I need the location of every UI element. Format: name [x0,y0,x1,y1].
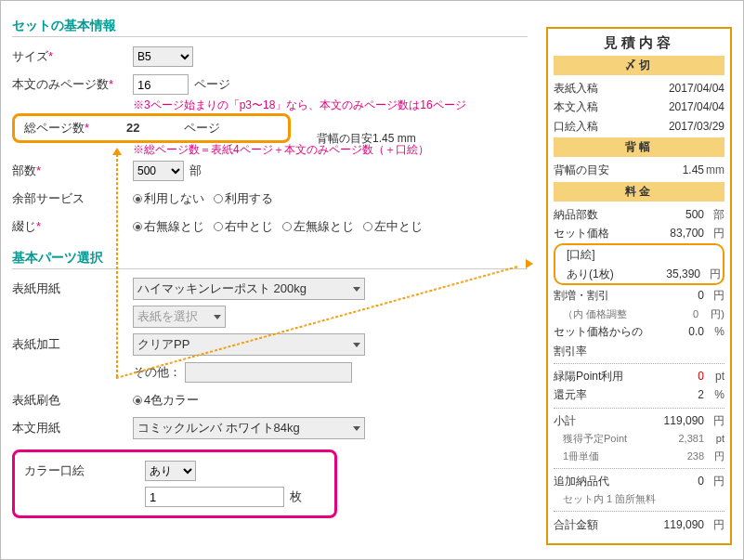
chevron-down-icon [214,315,221,319]
kuchie-sheets-input[interactable] [145,487,284,507]
disc-val: 0.0 [646,322,704,360]
kuchie-line: あり(1枚) [567,265,643,283]
spine-hint: 背幅の目安1.45 mm [317,131,416,147]
extra-ship-val: 0 [646,472,704,490]
total-val: 119,090 [646,515,704,534]
point-use-val: 0 [646,367,704,385]
copies-unit: 部 [189,163,202,179]
estimate-subh-spine: 背幅 [554,137,724,157]
extra-ship-label: 追加納品代 [554,472,646,490]
disc-label: セット価格からの割引率 [554,322,646,360]
coverproc-other-input [185,362,352,383]
estimate-subh-price: 料金 [554,182,724,202]
coverpaper-label: 表紙用紙 [12,280,133,297]
bodypages-note: ※3ページ始まりの「p3〜18」なら、本文のみページ数は16ページ [133,98,528,113]
section-basic-info: セットの基本情報 [12,18,528,34]
estimate-subh-due: 〆切 [554,56,724,75]
bodypaper-label: 本文用紙 [12,420,133,436]
kuchie-hdr: [口絵] [567,245,721,264]
bind-radio-0[interactable]: 右無線とじ [133,218,204,235]
copies-label: 部数 [12,163,36,177]
bind-radio-2[interactable]: 左無線とじ [282,218,354,235]
deliver-val: 500 [646,205,704,224]
due-kuchie-label: 口絵入稿 [554,117,669,136]
size-select[interactable]: B5 [133,46,193,67]
arrowhead-icon [526,259,533,268]
extra-label: 余部サービス [12,190,133,207]
due-cover-label: 表紙入稿 [554,79,669,98]
coverpaper-select[interactable]: ハイマッキンレーポスト 200kg [133,278,365,300]
kuchie-sheets-unit: 枚 [290,488,302,505]
arrowhead-icon [112,148,122,155]
spine-unit: mm [704,161,724,179]
estimate-title: 見積内容 [554,34,724,52]
section-parts: 基本パーツ選択 [12,250,528,267]
bodypages-unit: ページ [194,76,230,93]
total-label: 合計金額 [554,515,646,534]
kuchie-price-highlight: [口絵] あり(1枚)35,390円 [554,243,724,285]
totalpages-value: 22 [126,121,182,135]
setprice-val: 83,700 [646,224,704,242]
subtotal-label: 小計 [554,411,646,430]
coverpaper-sub-select[interactable]: 表紙を選択 [133,306,226,328]
copies-select[interactable]: 500 [133,161,184,181]
bodypaper-select[interactable]: コミックルンバ ホワイト84kg [133,417,365,439]
bind-radio-3[interactable]: 左中とじ [363,218,423,235]
spine-val: 1.45 [646,161,704,179]
covercolor-label: 表紙刷色 [12,392,133,409]
bind-label: 綴じ [12,219,36,233]
coverproc-label: 表紙加工 [12,336,133,353]
totalpages-label: 総ページ数 [24,121,85,135]
coverproc-select[interactable]: クリアPP [133,333,365,356]
totalpages-highlight: 総ページ数* 22 ページ [12,113,291,143]
bind-radio-1[interactable]: 右中とじ [214,218,273,235]
estimate-panel: 見積内容 〆切 表紙入稿2017/04/04 本文入稿2017/04/04 口絵… [546,27,732,545]
kuchie-label: カラー口絵 [24,462,145,479]
adj-label: 割増・割引 [554,286,646,305]
kuchie-price-val: 35,390 [643,265,700,283]
extra-radio-yes[interactable]: 利用する [214,190,273,207]
due-cover-val: 2017/04/04 [669,79,724,98]
size-label: サイズ* [12,48,133,65]
bodypages-input[interactable] [133,74,189,95]
deliver-label: 納品部数 [554,205,646,224]
due-kuchie-val: 2017/03/29 [669,117,724,136]
totalpages-unit: ページ [184,120,220,137]
chevron-down-icon [353,426,360,431]
due-body-val: 2017/04/04 [669,98,724,116]
kuchie-select[interactable]: あり [145,461,196,481]
spine-label: 背幅の目安 [554,161,646,179]
chevron-down-icon [353,343,360,347]
chevron-down-icon [353,287,360,292]
kuchie-highlight: カラー口絵 あり 枚 [12,449,337,518]
covercolor-radio[interactable]: 4色カラー [133,392,199,409]
subtotal-val: 119,090 [646,411,704,430]
due-body-label: 本文入稿 [554,98,669,116]
adj-val: 0 [646,286,704,305]
redeem-val: 2 [646,385,704,404]
extra-radio-no[interactable]: 利用しない [133,190,204,207]
setprice-label: セット価格 [554,224,646,242]
bodypages-label: 本文のみページ数* [12,76,133,93]
callout-arrow-vert [116,154,118,377]
point-use-label: 緑陽Point利用 [554,367,646,385]
redeem-label: 還元率 [554,385,646,404]
